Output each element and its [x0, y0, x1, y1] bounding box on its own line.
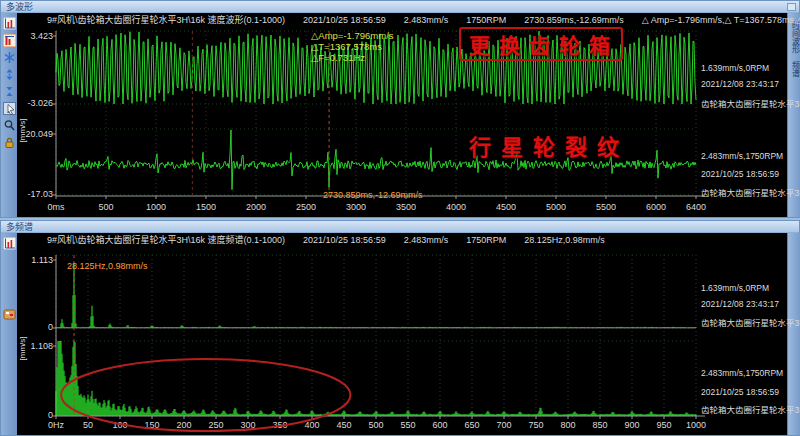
waveform-toolbar — [1, 13, 17, 217]
trace2-datetime: 2021/10/25 18:56:59 — [701, 387, 787, 397]
tab-spectrum[interactable]: 频谱 — [789, 61, 800, 77]
x-tick-label: 1500 — [196, 202, 216, 212]
spectrum-header: 9#风机\齿轮箱大齿圈行星轮水平3H\16k 速度频谱(0.1-1000) 20… — [47, 234, 787, 246]
delta-cursor-annotation: △Amp=-1.796mm/s △T=1367.578ms △F=0.731Hz — [311, 30, 394, 63]
snowflake-icon[interactable] — [3, 51, 16, 64]
fault-annotation-planet-crack: 行星轮裂纹 — [469, 129, 629, 161]
delta-time: △T=1367.578ms — [311, 41, 394, 52]
expand-vertical-icon[interactable] — [3, 68, 16, 81]
x-tick-label: 6400 — [686, 202, 706, 212]
x-tick-label: 450 — [336, 420, 351, 430]
x-tick-label: 950 — [656, 420, 671, 430]
y-max-label: 3.423 — [30, 31, 53, 41]
x-tick-label: 50 — [83, 420, 93, 430]
y-min-label: 0 — [48, 322, 53, 332]
x-tick-label: 0ms — [47, 202, 65, 212]
spectrum-toolbar — [1, 233, 17, 435]
rpm-value: 1750RPM — [466, 234, 506, 246]
spectrum-window-body: 0Hz5010015020025030035040045050055060065… — [1, 233, 799, 435]
waveform-side-tabstrip: 时间波形 频谱 — [787, 13, 800, 217]
x-tick-label: 700 — [496, 420, 511, 430]
x-tick-label: 850 — [592, 420, 607, 430]
y-axis-unit: [mm/s] — [18, 337, 27, 361]
palette-icon[interactable] — [3, 308, 16, 321]
x-tick-label: 4000 — [446, 202, 466, 212]
trace2-overall: 2.483mm/s,1750RPM — [701, 151, 787, 161]
x-tick-label: 550 — [400, 420, 415, 430]
x-tick-label: 4500 — [496, 202, 516, 212]
waveform-window-body: 0ms5001000150020002500300035004000450050… — [1, 13, 799, 217]
x-tick-label: 800 — [560, 420, 575, 430]
x-tick-label: 750 — [528, 420, 543, 430]
spectrum-trace — [56, 341, 696, 416]
x-tick-label: 200 — [176, 420, 191, 430]
spectrum-window-titlebar[interactable]: 多频谱 — [1, 221, 799, 233]
spectrum-window: 多频谱 0Hz501001502002503003504004505005506… — [0, 220, 800, 436]
y-min-label: -17.03 — [27, 189, 53, 199]
x-tick-label: 500 — [98, 202, 113, 212]
waveform-window-titlebar[interactable]: 多波形 — [1, 1, 799, 13]
x-tick-label: 900 — [624, 420, 639, 430]
collapse-vertical-icon[interactable] — [3, 85, 16, 98]
y-max-label: 20.049 — [25, 129, 53, 139]
chart-icon[interactable] — [3, 17, 16, 30]
window-control-button[interactable] — [787, 3, 796, 11]
x-tick-label: 3000 — [346, 202, 366, 212]
x-tick-label: 5500 — [596, 202, 616, 212]
overall-value: 2.483mm/s — [404, 14, 449, 26]
measurement-datetime: 2021/10/25 18:56:59 — [303, 14, 386, 26]
cursor-readout: 2730.859ms,-12.69mm/s — [524, 14, 624, 26]
cursor-icon[interactable] — [3, 102, 16, 115]
x-tick-label: 3500 — [396, 202, 416, 212]
x-tick-label: 2000 — [246, 202, 266, 212]
lock-icon[interactable] — [3, 136, 16, 149]
trace1-datetime: 2021/12/08 23:43:17 — [701, 79, 787, 89]
y-min-label: -3.026 — [27, 98, 53, 108]
overall-value: 2.483mm/s — [404, 234, 449, 246]
waveform-window-title: 多波形 — [6, 2, 33, 12]
x-tick-label: 6000 — [646, 202, 666, 212]
chart-active-icon[interactable] — [3, 34, 16, 47]
x-tick-label: 600 — [432, 420, 447, 430]
trace2-point: 齿轮箱大齿圈行星轮水平3H — [701, 403, 787, 415]
x-tick-label: 5000 — [546, 202, 566, 212]
fault-annotation-replace-gearbox: 更换齿轮箱 — [459, 27, 623, 61]
trace1-datetime: 2021/12/08 23:43:17 — [701, 299, 787, 309]
x-tick-label: 1000 — [686, 420, 706, 430]
freq-cursor-label: 28.125Hz,0.98mm/s — [67, 261, 148, 271]
trace1-overall: 1.639mm/s,0RPM — [701, 63, 787, 73]
trace2-datetime: 2021/10/25 18:56:59 — [701, 169, 787, 179]
y-max-label: 1.108 — [30, 341, 53, 351]
x-tick-label: 650 — [464, 420, 479, 430]
waveform-header: 9#风机\齿轮箱大齿圈行星轮水平3H\16k 速度波形(0.1-1000) 20… — [47, 14, 787, 26]
rpm-value: 1750RPM — [466, 14, 506, 26]
spectrum-window-title: 多频谱 — [6, 222, 33, 232]
x-tick-label: 0Hz — [48, 420, 65, 430]
measurement-path: 9#风机\齿轮箱大齿圈行星轮水平3H\16k 速度波形(0.1-1000) — [47, 14, 285, 26]
delta-amp: △Amp=-1.796mm/s — [311, 30, 394, 41]
trace1-point: 齿轮箱大齿圈行星轮水平3H — [701, 97, 787, 109]
trace1-point: 齿轮箱大齿圈行星轮水平3H — [701, 316, 787, 328]
x-tick-label: 1000 — [146, 202, 166, 212]
x-tick-label: 2500 — [296, 202, 316, 212]
measurement-path: 9#风机\齿轮箱大齿圈行星轮水平3H\16k 速度频谱(0.1-1000) — [47, 234, 285, 246]
fault-band-ellipse — [61, 359, 350, 431]
magnifier-icon[interactable] — [3, 119, 16, 132]
trace2-point: 齿轮箱大齿圈行星轮水平3H — [701, 186, 787, 198]
y-min-label: 0 — [48, 410, 53, 420]
cursor-readout: 28.125Hz,0.98mm/s — [524, 234, 605, 246]
waveform-chart[interactable]: 0ms5001000150020002500300035004000450050… — [17, 13, 787, 217]
trace1-overall: 1.639mm/s,0RPM — [701, 283, 787, 293]
trace2-overall: 2.483mm/s,1750RPM — [701, 368, 787, 378]
vibration-analysis-app: 多波形 0ms500100015002000250030003500400045… — [0, 0, 800, 436]
y-max-label: 1.113 — [31, 255, 53, 265]
time-cursor-label: 2730.859ms,-12.69mm/s — [323, 190, 423, 200]
delta-freq: △F=0.731Hz — [311, 52, 394, 63]
x-tick-label: 500 — [368, 420, 383, 430]
chart-icon[interactable] — [3, 237, 16, 250]
waveform-window: 多波形 0ms500100015002000250030003500400045… — [0, 0, 800, 218]
x-tick-label: 250 — [208, 420, 223, 430]
measurement-datetime: 2021/10/25 18:56:59 — [303, 234, 386, 246]
delta-readout: △ Amp=-1.796mm/s,△ T=1367.578ms,△ F=0.73… — [642, 14, 800, 26]
